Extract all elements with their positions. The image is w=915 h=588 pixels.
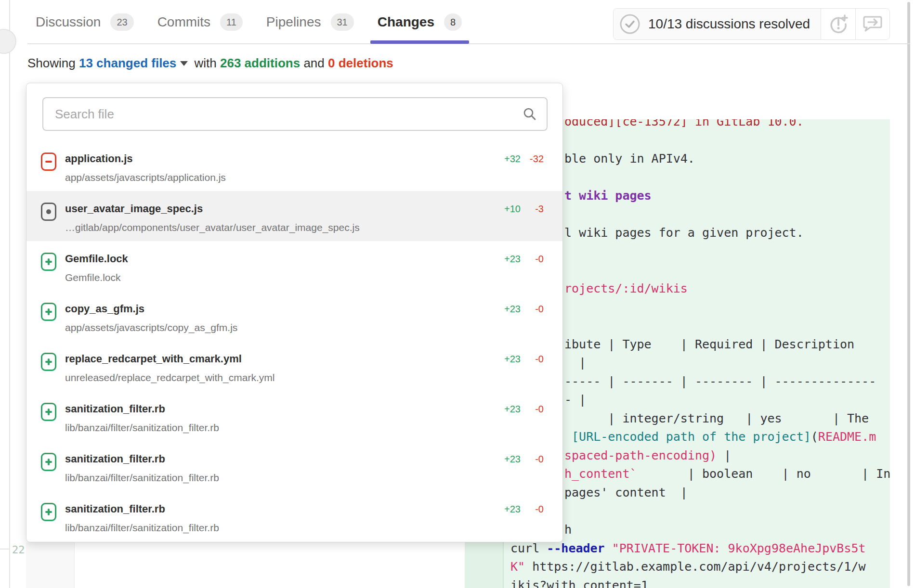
diff-code-line: curl --header "PRIVATE-TOKEN: 9koXpg98eA…: [510, 541, 866, 556]
file-name: sanitization_filter.rb: [65, 403, 165, 415]
diff-code-line: ikis?with_content=1: [510, 578, 648, 588]
file-deletions-count: -0: [535, 354, 544, 365]
discussions-resolved-label: 10/13 discussions resolved: [648, 16, 810, 32]
diff-code-line: rojects/:id/wikis: [564, 281, 688, 296]
file-additions-count: +23: [504, 404, 521, 415]
diff-code-line: |: [564, 356, 586, 370]
file-row[interactable]: application.jsapp/assets/javascripts/app…: [26, 141, 562, 191]
file-status-modified-icon: [41, 203, 56, 221]
tab-label: Pipelines: [266, 14, 321, 30]
file-row[interactable]: user_avatar_image_spec.js…gitlab/app/com…: [26, 191, 562, 241]
file-additions-count: +23: [504, 304, 521, 315]
file-status-added-icon: [41, 253, 56, 271]
file-name: sanitization_filter.rb: [65, 503, 165, 515]
file-path: lib/banzai/filter/sanitization_filter.rb: [65, 522, 219, 534]
tab-commits[interactable]: Commits11: [157, 0, 243, 44]
diff-code-line: K" https://gitlab.example.com/api/v4/pro…: [510, 560, 866, 574]
tab-label: Commits: [157, 14, 210, 30]
file-status-removed-icon: [41, 153, 56, 171]
file-row[interactable]: replace_redcarpet_with_cmark.ymlunreleas…: [26, 341, 562, 391]
file-name: application.js: [65, 153, 133, 165]
diff-code-line: h_content` | boolean | no | In: [564, 467, 890, 481]
summary-showing: Showing: [27, 56, 76, 70]
file-additions-count: +23: [504, 454, 521, 465]
file-path: lib/banzai/filter/sanitization_filter.rb: [65, 422, 219, 434]
file-search-dropdown: application.jsapp/assets/javascripts/app…: [26, 83, 563, 542]
file-status-added-icon: [41, 353, 56, 371]
comment-next-icon: [862, 14, 884, 34]
file-additions-count: +23: [504, 254, 521, 265]
collapsed-sidebar-handle[interactable]: [0, 29, 16, 54]
new-issue-icon: [828, 14, 849, 34]
tab-label: Discussion: [36, 14, 101, 30]
changed-files-dropdown-toggle[interactable]: 13 changed files: [79, 56, 176, 70]
search-icon: [523, 107, 537, 121]
file-name: Gemfile.lock: [65, 253, 128, 265]
diff-code-line: pages' content |: [564, 486, 688, 500]
tab-label: Changes: [378, 14, 434, 30]
diff-left-gutter-strip: [26, 542, 75, 588]
file-path: Gemfile.lock: [65, 272, 121, 283]
file-deletions-count: -0: [535, 404, 544, 415]
tab-discussion[interactable]: Discussion23: [36, 0, 134, 44]
file-name: sanitization_filter.rb: [65, 453, 165, 465]
tab-count-badge: 11: [220, 13, 243, 31]
diff-code-line: - |: [564, 393, 586, 407]
diff-code-line: ----- | ------- | -------- | -----------…: [564, 374, 876, 389]
diff-line-number: 22: [12, 544, 25, 556]
file-name: copy_as_gfm.js: [65, 303, 144, 315]
file-additions-count: +23: [504, 354, 521, 365]
file-additions-count: +10: [504, 204, 521, 215]
diff-code-line: l wiki pages for a given project.: [564, 226, 804, 240]
diff-code-line: ble only in APIv4.: [564, 152, 695, 166]
diff-code-line: h: [564, 523, 572, 537]
tab-pipelines[interactable]: Pipelines31: [266, 0, 354, 44]
file-status-added-icon: [41, 403, 56, 421]
chevron-down-icon[interactable]: [180, 61, 188, 66]
summary-deletions: 0 deletions: [328, 56, 393, 70]
file-path: unreleased/replace_redcarpet_with_cmark.…: [65, 372, 274, 383]
tab-count-badge: 23: [110, 13, 133, 31]
summary-and: and: [303, 56, 324, 70]
file-row[interactable]: Gemfile.lockGemfile.lock+23-0: [26, 241, 562, 291]
summary-with: with: [195, 56, 217, 70]
diff-code-line: [URL-encoded path of the project](README…: [564, 430, 876, 444]
file-deletions-count: -0: [535, 454, 544, 465]
file-search-input[interactable]: [42, 97, 548, 131]
file-name: replace_redcarpet_with_cmark.yml: [65, 353, 242, 365]
merge-request-tabs: Discussion23Commits11Pipelines31Changes8: [36, 0, 462, 44]
diff-code-line: ibute | Type | Required | Description: [564, 337, 854, 352]
discussions-resolved-button[interactable]: 10/13 discussions resolved: [614, 9, 821, 39]
changes-summary: Showing 13 changed files with 263 additi…: [27, 56, 393, 71]
file-additions-count: +32: [504, 153, 521, 165]
summary-additions: 263 additions: [220, 56, 300, 70]
diff-code-line: oduced][ce-13572] in GitLab 10.0.: [564, 119, 804, 129]
file-status-added-icon: [41, 303, 56, 321]
diff-code-line: spaced-path-encoding) |: [564, 448, 731, 463]
file-deletions-count: -0: [535, 504, 544, 515]
file-row[interactable]: sanitization_filter.rblib/banzai/filter/…: [26, 491, 562, 541]
create-issue-to-resolve-button[interactable]: [821, 9, 855, 39]
jump-to-next-discussion-button[interactable]: [855, 9, 889, 39]
tab-changes[interactable]: Changes8: [378, 0, 462, 44]
file-row[interactable]: sanitization_filter.rblib/banzai/filter/…: [26, 391, 562, 441]
file-name: user_avatar_image_spec.js: [65, 203, 203, 215]
file-path: app/assets/javascripts/application.js: [65, 172, 226, 183]
file-path: app/assets/javascripts/copy_as_gfm.js: [65, 322, 237, 333]
file-deletions-count: -32: [530, 153, 544, 165]
file-path: lib/banzai/filter/sanitization_filter.rb: [65, 472, 219, 484]
file-deletions-count: -0: [535, 254, 544, 265]
check-circle-icon: [619, 13, 640, 35]
diff-code-line: t wiki pages: [564, 189, 652, 203]
file-path: …gitlab/app/components/user_avatar/user_…: [65, 222, 360, 233]
file-row[interactable]: copy_as_gfm.jsapp/assets/javascripts/cop…: [26, 291, 562, 341]
file-status-added-icon: [41, 503, 56, 521]
tab-count-badge: 31: [331, 13, 354, 31]
file-row[interactable]: sanitization_filter.rblib/banzai/filter/…: [26, 441, 562, 491]
file-deletions-count: -0: [535, 304, 544, 315]
file-additions-count: +23: [504, 504, 521, 515]
file-deletions-count: -3: [535, 204, 544, 215]
file-status-added-icon: [41, 453, 56, 471]
diff-code-line: | integer/string | yes | The: [564, 411, 869, 426]
tab-count-badge: 8: [444, 13, 462, 31]
